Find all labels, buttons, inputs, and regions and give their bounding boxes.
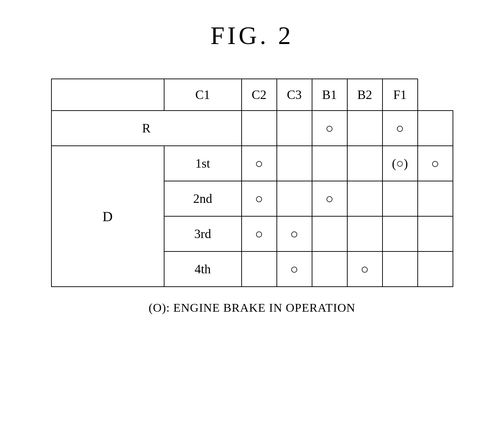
cell-1st-c3 bbox=[312, 146, 347, 181]
row-label-1st: 1st bbox=[164, 146, 242, 181]
cell-r-f1 bbox=[418, 111, 453, 146]
table-wrapper: C1 C2 C3 B1 B2 F1 R ○ ○ D 1st bbox=[51, 79, 453, 315]
header-c1: C1 bbox=[164, 79, 242, 111]
gear-table: C1 C2 C3 B1 B2 F1 R ○ ○ D 1st bbox=[51, 79, 453, 287]
row-label-4th: 4th bbox=[164, 251, 242, 287]
row-label-2nd: 2nd bbox=[164, 181, 242, 216]
cell-1st-c1: ○ bbox=[242, 146, 277, 181]
cell-3rd-c1: ○ bbox=[242, 216, 277, 251]
header-b2: B2 bbox=[347, 79, 382, 111]
cell-r-c1 bbox=[242, 111, 277, 146]
table-caption: (O): ENGINE BRAKE IN OPERATION bbox=[149, 301, 355, 315]
cell-3rd-c3 bbox=[312, 216, 347, 251]
table-row: R ○ ○ bbox=[51, 111, 453, 146]
header-empty-cell bbox=[51, 79, 164, 111]
table-row: D 1st ○ (○) ○ bbox=[51, 146, 453, 181]
cell-2nd-f1 bbox=[418, 181, 453, 216]
cell-r-b2: ○ bbox=[382, 111, 418, 146]
cell-2nd-c1: ○ bbox=[242, 181, 277, 216]
cell-3rd-b2 bbox=[382, 216, 418, 251]
row-label-d: D bbox=[51, 146, 164, 287]
header-c3: C3 bbox=[277, 79, 312, 111]
cell-2nd-b1 bbox=[347, 181, 382, 216]
header-b1: B1 bbox=[312, 79, 347, 111]
cell-4th-b2 bbox=[382, 251, 418, 287]
header-c2: C2 bbox=[242, 79, 277, 111]
cell-4th-c1 bbox=[242, 251, 277, 287]
cell-3rd-f1 bbox=[418, 216, 453, 251]
cell-3rd-b1 bbox=[347, 216, 382, 251]
figure-title: FIG. 2 bbox=[210, 21, 293, 50]
cell-4th-c3 bbox=[312, 251, 347, 287]
header-f1: F1 bbox=[382, 79, 418, 111]
cell-4th-b1: ○ bbox=[347, 251, 382, 287]
row-label-r: R bbox=[51, 111, 242, 146]
cell-2nd-b2 bbox=[382, 181, 418, 216]
cell-1st-b2: (○) bbox=[382, 146, 418, 181]
cell-4th-c2: ○ bbox=[277, 251, 312, 287]
cell-2nd-c2 bbox=[277, 181, 312, 216]
cell-r-c2 bbox=[277, 111, 312, 146]
cell-r-c3: ○ bbox=[312, 111, 347, 146]
cell-1st-c2 bbox=[277, 146, 312, 181]
cell-2nd-c3: ○ bbox=[312, 181, 347, 216]
cell-1st-f1: ○ bbox=[418, 146, 453, 181]
cell-1st-b1 bbox=[347, 146, 382, 181]
row-label-3rd: 3rd bbox=[164, 216, 242, 251]
cell-4th-f1 bbox=[418, 251, 453, 287]
cell-r-b1 bbox=[347, 111, 382, 146]
cell-3rd-c2: ○ bbox=[277, 216, 312, 251]
